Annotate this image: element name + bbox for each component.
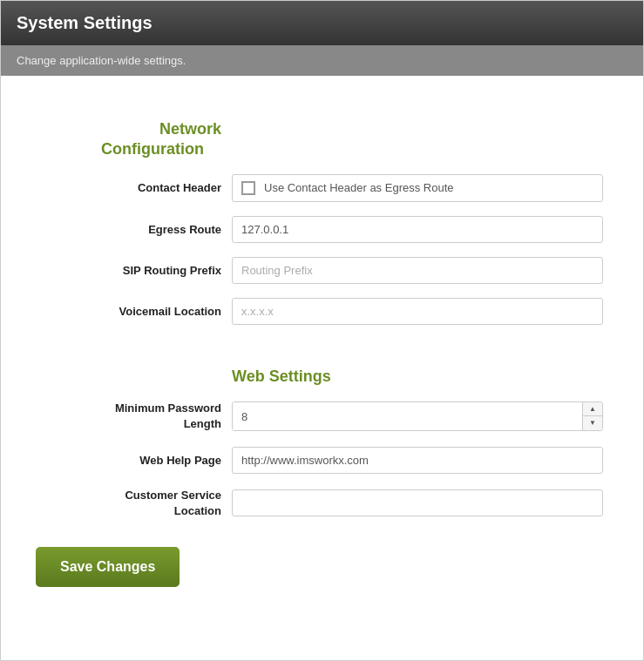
customer-service-location-cell bbox=[227, 481, 608, 526]
network-section-title: NetworkConfiguration bbox=[101, 120, 221, 158]
voicemail-location-row: Voicemail Location bbox=[36, 291, 608, 332]
subtitle-bar: Change application-wide settings. bbox=[1, 45, 643, 76]
web-help-page-cell bbox=[227, 440, 608, 481]
customer-service-location-row: Customer ServiceLocation bbox=[36, 481, 608, 526]
section-spacer-row bbox=[36, 332, 608, 349]
title-bar: System Settings bbox=[1, 1, 643, 45]
network-section-row: NetworkConfiguration bbox=[36, 102, 608, 167]
min-password-length-label: Minimum PasswordLength bbox=[36, 394, 227, 439]
min-password-length-wrapper: ▲ ▼ bbox=[232, 401, 603, 431]
min-password-length-input[interactable] bbox=[233, 402, 582, 430]
system-settings-window: System Settings Change application-wide … bbox=[0, 0, 644, 661]
web-help-page-label: Web Help Page bbox=[36, 440, 227, 481]
sip-routing-prefix-label: SIP Routing Prefix bbox=[36, 250, 227, 291]
egress-route-label: Egress Route bbox=[36, 209, 227, 250]
contact-header-checkbox-label[interactable]: Use Contact Header as Egress Route bbox=[264, 181, 454, 194]
contact-header-label: Contact Header bbox=[36, 167, 227, 209]
egress-route-row: Egress Route bbox=[36, 209, 608, 250]
save-changes-button[interactable]: Save Changes bbox=[36, 547, 180, 587]
network-section-label: NetworkConfiguration bbox=[36, 102, 227, 167]
web-help-page-input[interactable] bbox=[232, 447, 603, 474]
voicemail-location-input[interactable] bbox=[232, 298, 603, 325]
spinner-down-button[interactable]: ▼ bbox=[583, 416, 602, 430]
customer-service-location-label: Customer ServiceLocation bbox=[36, 481, 227, 526]
form-table: NetworkConfiguration Contact Header Use … bbox=[36, 102, 608, 526]
min-password-length-row: Minimum PasswordLength ▲ ▼ bbox=[36, 394, 608, 439]
contact-header-checkbox[interactable] bbox=[241, 181, 255, 195]
web-section-row: Web Settings bbox=[36, 349, 608, 394]
spinner-up-button[interactable]: ▲ bbox=[583, 402, 602, 416]
web-section-title-cell: Web Settings bbox=[227, 349, 608, 394]
min-password-length-cell: ▲ ▼ bbox=[227, 394, 608, 439]
page-title: System Settings bbox=[17, 13, 627, 33]
egress-route-cell bbox=[227, 209, 608, 250]
subtitle-text: Change application-wide settings. bbox=[17, 54, 627, 67]
contact-header-cell: Use Contact Header as Egress Route bbox=[227, 167, 608, 209]
web-section-title: Web Settings bbox=[232, 368, 331, 385]
voicemail-location-label: Voicemail Location bbox=[36, 291, 227, 332]
customer-service-location-input[interactable] bbox=[232, 489, 603, 516]
contact-header-checkbox-wrapper[interactable]: Use Contact Header as Egress Route bbox=[232, 174, 603, 202]
web-help-page-row: Web Help Page bbox=[36, 440, 608, 481]
contact-header-row: Contact Header Use Contact Header as Egr… bbox=[36, 167, 608, 209]
egress-route-input[interactable] bbox=[232, 216, 603, 243]
content-area: NetworkConfiguration Contact Header Use … bbox=[1, 76, 643, 622]
sip-routing-prefix-cell bbox=[227, 250, 608, 291]
voicemail-location-cell bbox=[227, 291, 608, 332]
sip-routing-prefix-row: SIP Routing Prefix bbox=[36, 250, 608, 291]
spinner-buttons: ▲ ▼ bbox=[582, 402, 602, 430]
sip-routing-prefix-input[interactable] bbox=[232, 257, 603, 284]
network-section-spacer bbox=[227, 102, 608, 167]
web-section-label bbox=[36, 349, 227, 394]
